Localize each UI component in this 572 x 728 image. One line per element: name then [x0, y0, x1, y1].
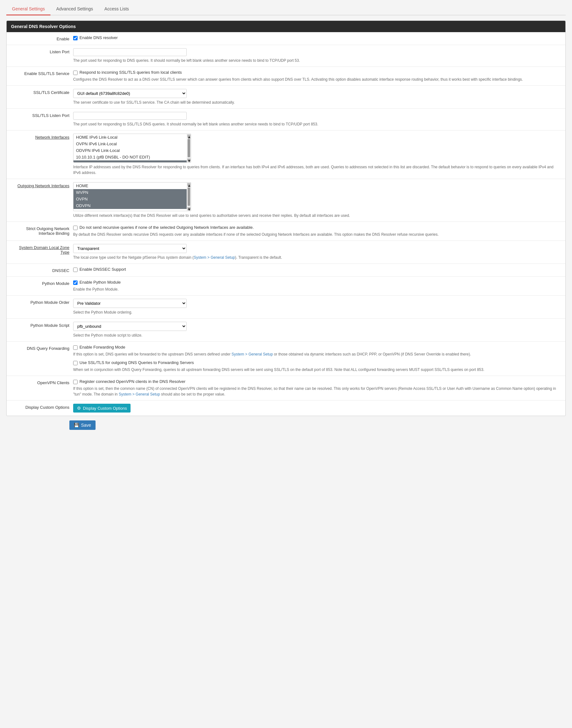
outgoing-interfaces-desc: Utilize different network interface(s) t… — [73, 213, 561, 218]
python-module-checkbox[interactable] — [73, 280, 78, 285]
scroll-thumb[interactable] — [188, 187, 190, 206]
ssl-cert-label: SSL/TLS Certificate — [11, 89, 69, 95]
system-domain-link[interactable]: System Domain Local Zone Type — [19, 245, 69, 255]
dns-forwarding-checkbox[interactable] — [73, 345, 78, 350]
dns-forwarding-ssl-label: Use SSL/TLS for outgoing DNS Queries to … — [79, 360, 194, 365]
save-button-label: Save — [81, 423, 91, 428]
scroll-up-btn[interactable]: ▲ — [187, 135, 191, 138]
python-module-desc: Enable the Python Module. — [73, 287, 561, 292]
python-module-script-label: Python Module Script — [11, 322, 69, 328]
dns-forwarding-label: DNS Query Forwarding — [11, 345, 69, 351]
custom-options-button-label: Display Custom Options — [83, 406, 127, 411]
listen-port-row: Listen Port 53 The port used for respond… — [7, 45, 565, 67]
python-module-script-content: pfb_unbound Select the Python module scr… — [73, 322, 561, 338]
strict-binding-checkbox[interactable] — [73, 226, 78, 230]
listen-port-desc: The port used for responding to DNS quer… — [73, 58, 561, 63]
list-item[interactable]: 10.10.10.1 (pfB DNSBL - DO NOT EDIT) — [73, 154, 187, 160]
list-item[interactable]: HOME — [73, 182, 187, 189]
list-item[interactable]: WVPN — [73, 189, 187, 196]
list-item[interactable]: Localhost — [73, 160, 187, 163]
list-item[interactable]: ODVPN — [73, 202, 187, 209]
openvpn-clients-desc: If this option is set, then the common n… — [73, 386, 561, 397]
enable-content: Enable DNS resolver — [73, 35, 561, 42]
strict-binding-label: Strict Outgoing Network Interface Bindin… — [11, 225, 69, 236]
outgoing-interfaces-listbox[interactable]: HOME WVPN OVPN ODVPN WAN IPv6 Link-local — [73, 182, 187, 211]
listen-port-label: Listen Port — [11, 48, 69, 54]
python-module-order-select[interactable]: Pre Validator Post Validator — [73, 299, 187, 308]
network-interfaces-scrollarea: HOME IPv6 Link-Local OVPN IPv6 Link-Loca… — [73, 134, 561, 163]
openvpn-clients-desc-link[interactable]: System > General Setup — [119, 392, 160, 396]
dns-forwarding-content: Enable Forwarding Mode If this option is… — [73, 345, 561, 373]
list-item[interactable]: ODVPN IPv6 Link-Local — [73, 147, 187, 154]
python-module-checkbox-label: Enable Python Module — [79, 280, 121, 285]
python-module-order-content: Pre Validator Post Validator Select the … — [73, 299, 561, 315]
outgoing-interfaces-scrolltrack[interactable]: ▲ ▼ — [187, 182, 191, 211]
list-item[interactable]: HOME IPv6 Link-Local — [73, 134, 187, 141]
ssl-port-input[interactable]: 853 — [73, 112, 187, 120]
list-item[interactable]: OVPN — [73, 196, 187, 202]
ssl-port-row: SSL/TLS Listen Port 853 The port used fo… — [7, 109, 565, 131]
dns-forwarding-row: DNS Query Forwarding Enable Forwarding M… — [7, 342, 565, 376]
tab-advanced[interactable]: Advanced Settings — [51, 3, 99, 15]
strict-binding-desc: By default the DNS Resolver sends recurs… — [73, 232, 561, 237]
list-item[interactable]: OVPN IPv6 Link-Local — [73, 141, 187, 147]
scroll-thumb[interactable] — [188, 139, 190, 157]
custom-options-label: Display Custom Options — [11, 404, 69, 410]
dns-forwarding-desc-link[interactable]: System > General Setup — [231, 352, 273, 356]
main-panel: General DNS Resolver Options Enable Enab… — [6, 20, 566, 416]
strict-binding-row: Strict Outgoing Network Interface Bindin… — [7, 222, 565, 241]
ssl-tls-service-checkbox[interactable] — [73, 71, 78, 75]
dns-forwarding-ssl-checkbox[interactable] — [73, 361, 78, 365]
dns-forwarding-ssl-desc: When set in conjunction with DNS Query F… — [73, 367, 561, 373]
ssl-cert-row: SSL/TLS Certificate GUI default (6739a8f… — [7, 86, 565, 109]
display-custom-options-button[interactable]: ⚙ Display Custom Options — [73, 404, 131, 412]
ssl-tls-service-checkbox-label: Respond to incoming SSL/TLS queries from… — [79, 70, 182, 75]
strict-binding-checkbox-label: Do not send recursive queries if none of… — [79, 225, 254, 230]
listen-port-content: 53 The port used for responding to DNS q… — [73, 48, 561, 63]
ssl-tls-service-row: Enable SSL/TLS Service Respond to incomi… — [7, 67, 565, 86]
outgoing-interfaces-scrollarea: HOME WVPN OVPN ODVPN WAN IPv6 Link-local… — [73, 182, 561, 211]
openvpn-clients-label: OpenVPN Clients — [11, 379, 69, 385]
dnssec-row: DNSSEC Enable DNSSEC Support — [7, 264, 565, 277]
network-interfaces-listbox[interactable]: HOME IPv6 Link-Local OVPN IPv6 Link-Loca… — [73, 134, 187, 163]
system-domain-content: TransparentLocalStaticRedirectInformInfo… — [73, 244, 561, 260]
network-interfaces-link[interactable]: Network Interfaces — [35, 135, 69, 140]
ssl-cert-content: GUI default (6739a8fc82de0) The server c… — [73, 89, 561, 105]
enable-checkbox[interactable] — [73, 36, 78, 41]
tab-general[interactable]: General Settings — [6, 3, 51, 15]
python-module-script-select[interactable]: pfb_unbound — [73, 322, 187, 331]
system-domain-row: System Domain Local Zone Type Transparen… — [7, 241, 565, 264]
outgoing-interfaces-row: Outgoing Network Interfaces HOME WVPN OV… — [7, 179, 565, 222]
network-interfaces-scrolltrack[interactable]: ▲ ▼ — [187, 134, 191, 163]
outgoing-interfaces-link[interactable]: Outgoing Network Interfaces — [17, 183, 69, 188]
ssl-port-content: 853 The port used for responding to SSL/… — [73, 112, 561, 127]
listen-port-input[interactable]: 53 — [73, 48, 187, 56]
python-module-order-row: Python Module Order Pre Validator Post V… — [7, 296, 565, 319]
system-domain-select[interactable]: TransparentLocalStaticRedirectInformInfo… — [73, 244, 187, 253]
dnssec-checkbox-label: Enable DNSSEC Support — [79, 267, 126, 272]
list-item[interactable]: WAN IPv6 Link-local — [73, 209, 187, 211]
enable-label: Enable — [11, 35, 69, 41]
python-module-script-row: Python Module Script pfb_unbound Select … — [7, 319, 565, 342]
python-module-order-label: Python Module Order — [11, 299, 69, 305]
enable-checkbox-label: Enable DNS resolver — [79, 35, 118, 40]
dnssec-checkbox[interactable] — [73, 267, 78, 272]
network-interfaces-row: Network Interfaces HOME IPv6 Link-Local … — [7, 131, 565, 179]
save-button[interactable]: 💾 Save — [69, 420, 95, 430]
system-domain-label: System Domain Local Zone Type — [11, 244, 69, 255]
system-domain-desc-link[interactable]: System > General Setup — [194, 255, 235, 260]
scroll-down-btn[interactable]: ▼ — [187, 159, 191, 162]
network-interfaces-content: HOME IPv6 Link-Local OVPN IPv6 Link-Loca… — [73, 134, 561, 175]
scroll-down-btn[interactable]: ▼ — [187, 207, 191, 210]
ssl-cert-select[interactable]: GUI default (6739a8fc82de0) — [73, 89, 187, 98]
dns-forwarding-sub: Use SSL/TLS for outgoing DNS Queries to … — [73, 360, 561, 373]
openvpn-clients-checkbox[interactable] — [73, 380, 78, 384]
save-button-area: 💾 Save — [6, 416, 566, 430]
tab-access-lists[interactable]: Access Lists — [99, 3, 135, 15]
custom-options-content: ⚙ Display Custom Options — [73, 404, 561, 412]
dnssec-content: Enable DNSSEC Support — [73, 267, 561, 273]
network-interfaces-label: Network Interfaces — [11, 134, 69, 140]
python-module-script-desc: Select the Python module script to utili… — [73, 332, 561, 338]
scroll-up-btn[interactable]: ▲ — [187, 183, 191, 186]
openvpn-clients-content: Register connected OpenVPN clients in th… — [73, 379, 561, 397]
